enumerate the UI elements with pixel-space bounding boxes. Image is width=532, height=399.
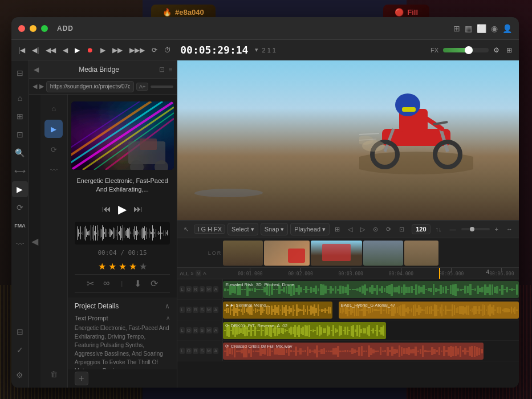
tl-group-controls[interactable]: I G H FX xyxy=(194,225,225,234)
clip-ba01[interactable]: BA01_Hybrid_G Atonal_47 xyxy=(339,302,519,319)
url-input[interactable] xyxy=(46,81,134,92)
fx-knob[interactable] xyxy=(465,46,473,54)
t2-A[interactable]: A xyxy=(213,307,218,313)
share-button[interactable]: ⟳ xyxy=(151,278,158,289)
ruler-A[interactable]: A xyxy=(203,271,206,276)
star-rating[interactable]: ★ ★ ★ ★ ★ xyxy=(68,259,177,274)
t3-A[interactable]: A xyxy=(213,327,218,333)
timecode-dropdown[interactable]: ▾ xyxy=(255,46,258,54)
download-button[interactable]: ⬇ xyxy=(134,278,141,289)
star-4[interactable]: ★ xyxy=(129,261,137,272)
sidebar-icon-layer[interactable]: ⊟ xyxy=(12,324,28,340)
sidebar-icon-settings[interactable]: ⚙ xyxy=(12,367,28,383)
mb-nav-refresh[interactable]: ⟳ xyxy=(44,140,63,158)
sidebar-icon-fma[interactable]: FMA xyxy=(12,218,28,234)
thumb-4[interactable] xyxy=(363,241,403,266)
t3-O[interactable]: O xyxy=(186,327,192,333)
url-a-plus[interactable]: A+ xyxy=(136,83,148,91)
t2-L[interactable]: L xyxy=(180,307,184,313)
title-icon-2[interactable]: ▦ xyxy=(465,24,472,33)
fx-level-bar[interactable] xyxy=(443,48,489,52)
ruler-M[interactable]: M xyxy=(196,270,202,276)
t2-M[interactable]: M xyxy=(206,307,212,313)
thumb-3[interactable] xyxy=(311,241,362,266)
star-5[interactable]: ★ xyxy=(139,261,147,272)
tb-step-fwd[interactable]: ▶ xyxy=(98,45,108,55)
tb-step-back[interactable]: ◀ xyxy=(60,45,70,55)
prev-button[interactable]: ⏮ xyxy=(102,204,111,214)
tb-play[interactable]: ▶ xyxy=(72,45,82,55)
tl-tempo-up[interactable]: ↑↓ xyxy=(433,225,445,234)
t2-S[interactable]: S xyxy=(200,307,205,313)
star-2[interactable]: ★ xyxy=(108,261,116,272)
sidebar-icon-search[interactable]: 🔍 xyxy=(12,145,28,161)
title-icon-1[interactable]: ⊞ xyxy=(453,24,460,33)
sidebar-icon-home[interactable]: ⌂ xyxy=(12,90,28,106)
sidebar-icon-check[interactable]: ✓ xyxy=(12,342,28,358)
thumb-O[interactable]: O xyxy=(212,250,216,256)
tl-select-dropdown[interactable]: Select ▾ xyxy=(228,223,258,235)
tb-skip-start[interactable]: |◀ xyxy=(16,45,27,55)
t4-R[interactable]: R xyxy=(193,348,198,354)
tl-icon-3[interactable]: ▷ xyxy=(358,225,368,234)
thumb-L[interactable]: L xyxy=(208,250,211,256)
clip-drk[interactable]: ⟳ DRK01_PiT_Reverse_A_02 xyxy=(223,322,385,339)
url-zoom-slider[interactable] xyxy=(151,85,173,88)
t1-S[interactable]: S xyxy=(200,286,205,292)
tl-icon-4[interactable]: ⊙ xyxy=(370,225,381,234)
clip-drone[interactable]: Elevated Risk_3D_Pitched_Drone xyxy=(223,281,519,298)
sidebar-icon-grid[interactable]: ⊞ xyxy=(12,108,28,124)
play-button[interactable]: ▶ xyxy=(118,202,127,216)
tl-playhead-dropdown[interactable]: Playhead ▾ xyxy=(290,223,330,235)
t3-R[interactable]: R xyxy=(193,327,198,333)
tb-record[interactable]: ⏺ xyxy=(84,45,96,55)
loop-button[interactable]: ∞ xyxy=(103,278,109,288)
t2-O[interactable]: O xyxy=(186,307,192,313)
sidebar-icon-media[interactable]: ▶ xyxy=(12,181,28,197)
tl-zoom-plus[interactable]: + xyxy=(492,225,501,234)
t3-S[interactable]: S xyxy=(200,327,205,333)
add-button[interactable]: + xyxy=(75,372,88,385)
tl-fit[interactable]: ↔ xyxy=(503,225,515,234)
t4-S[interactable]: S xyxy=(200,348,205,354)
tl-icon-1[interactable]: ⊞ xyxy=(332,225,343,234)
t1-A[interactable]: A xyxy=(213,286,218,292)
tb-view[interactable]: ⊞ xyxy=(504,45,514,55)
mb-nav-home[interactable]: ⌂ xyxy=(44,99,63,117)
maximize-button[interactable] xyxy=(41,25,48,32)
sidebar-icon-refresh[interactable]: ⟳ xyxy=(12,199,28,215)
zoom-slider[interactable] xyxy=(461,228,490,230)
mb-header-icon-left[interactable]: ◀ xyxy=(34,66,39,74)
t4-L[interactable]: L xyxy=(180,348,184,354)
mb-nav-play[interactable]: ▶ xyxy=(44,120,63,138)
star-1[interactable]: ★ xyxy=(98,261,106,272)
url-back[interactable]: ◀ xyxy=(33,83,37,90)
t4-M[interactable]: M xyxy=(206,348,212,354)
thumb-2[interactable] xyxy=(264,241,310,266)
t3-M[interactable]: M xyxy=(206,327,212,333)
project-details-header[interactable]: Project Details ∧ xyxy=(68,298,177,315)
tl-snap-dropdown[interactable]: Snap ▾ xyxy=(261,223,289,235)
mb-header-menu[interactable]: ≡ xyxy=(168,66,172,74)
mb-nav-waveform[interactable]: 〰 xyxy=(44,161,63,179)
clip-crisis[interactable]: ⟳ Created Crisis 08 Full Mix.wav xyxy=(223,343,483,360)
t3-L[interactable]: L xyxy=(180,327,184,333)
t1-R[interactable]: R xyxy=(193,286,198,292)
url-forward[interactable]: ▶ xyxy=(39,83,44,90)
text-prompt-collapse[interactable]: ∧ xyxy=(166,315,170,321)
sidebar-icon-browse[interactable]: ⊡ xyxy=(12,127,28,142)
minimize-button[interactable] xyxy=(30,25,36,32)
tl-zoom-minus[interactable]: — xyxy=(447,225,459,234)
thumb-R[interactable]: R xyxy=(217,250,221,256)
mb-nav-trash[interactable]: 🗑 xyxy=(44,365,63,383)
sidebar-icon-transfer[interactable]: ⟷ xyxy=(12,163,28,179)
t4-A[interactable]: A xyxy=(213,348,218,354)
clip-seminal[interactable]: ►► Seminal Memo... xyxy=(223,302,332,319)
thumb-5[interactable] xyxy=(404,241,438,266)
title-icon-4[interactable]: ◉ xyxy=(491,24,498,33)
next-button[interactable]: ⏭ xyxy=(133,204,143,214)
tb-metronome[interactable]: ⏱ xyxy=(162,45,173,55)
t1-O[interactable]: O xyxy=(186,286,192,292)
tl-icon-6[interactable]: ⊡ xyxy=(396,225,407,234)
mb-header-expand[interactable]: ⊡ xyxy=(159,66,165,74)
